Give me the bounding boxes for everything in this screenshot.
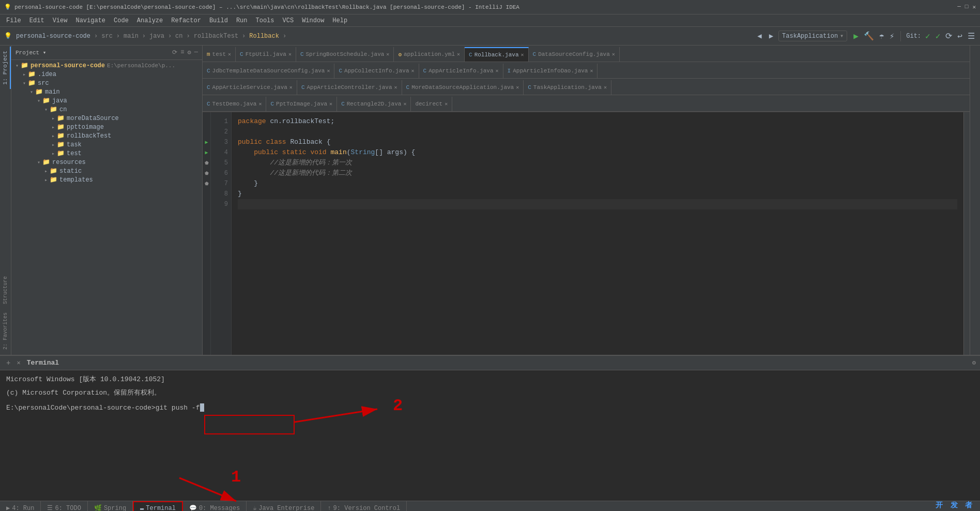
run-button[interactable]: ▶	[852, 30, 860, 42]
tab-datasource-close[interactable]: ✕	[612, 51, 615, 57]
tab-appcollect[interactable]: C AppCollectInfo.java ✕	[334, 64, 419, 78]
tree-templates[interactable]: ▸ 📁 templates	[11, 175, 202, 184]
collapse-icon[interactable]: ≡	[180, 49, 184, 56]
tab-jdbctemplate[interactable]: C JdbcTemplateDataSourceConfig.java ✕	[203, 64, 334, 78]
tree-test-folder[interactable]: ▸ 📁 test	[11, 149, 202, 158]
build-button[interactable]: 🔨	[863, 30, 875, 42]
git-check1[interactable]: ✓	[924, 30, 931, 42]
menu-code[interactable]: Code	[110, 16, 133, 25]
tab-springboot[interactable]: C SpringBootSchedule.java ✕	[296, 47, 394, 62]
tab-appcontroller[interactable]: C AppArticleController.java ✕	[297, 80, 402, 95]
minimize-sidebar-icon[interactable]: —	[194, 49, 198, 56]
tab-moredatasourceapp[interactable]: C MoreDataSourceApplication.java ✕	[402, 80, 524, 95]
sync-icon[interactable]: ⟳	[172, 49, 177, 56]
nav-forward[interactable]: ▶	[767, 31, 775, 41]
menu-navigate[interactable]: Navigate	[71, 16, 110, 25]
tab-ppttoimage[interactable]: C PptToImage.java ✕	[266, 97, 337, 111]
tree-static[interactable]: ▸ 📁 static	[11, 167, 202, 175]
bottom-tab-spring[interactable]: 🌿 Spring	[88, 501, 133, 512]
tab-test-close[interactable]: ✕	[228, 51, 231, 57]
nav-back[interactable]: ◀	[755, 31, 763, 41]
menu-analyze[interactable]: Analyze	[133, 16, 167, 25]
minimize-button[interactable]: ─	[957, 4, 961, 10]
terminal-close-button[interactable]: ✕	[14, 357, 22, 369]
tab-ftputil-close[interactable]: ✕	[288, 51, 292, 57]
tab-rollback-close[interactable]: ✕	[521, 52, 524, 58]
tab-moredatasourceapp-close[interactable]: ✕	[516, 84, 519, 91]
tab-rectangle2d-close[interactable]: ✕	[403, 101, 406, 107]
tab-rollback[interactable]: C Rollback.java ✕	[465, 47, 528, 62]
tab-appservice-close[interactable]: ✕	[289, 84, 293, 91]
bottom-tab-terminal[interactable]: ▬ Terminal	[133, 501, 183, 512]
editor-scrollbar[interactable]	[963, 112, 970, 355]
tab-jdbctemplate-close[interactable]: ✕	[327, 68, 330, 74]
menu-view[interactable]: View	[49, 16, 72, 25]
tab-decirect-close[interactable]: ✕	[445, 101, 448, 107]
git-menu[interactable]: ☰	[967, 30, 976, 42]
tree-main[interactable]: ▾ 📁 main	[11, 87, 202, 96]
tab-testdemo-close[interactable]: ✕	[258, 101, 262, 107]
bottom-tab-vcs[interactable]: ↑ 9: Version Control	[321, 501, 407, 512]
breadcrumb-rollbacktest[interactable]: rollbackTest	[194, 33, 238, 40]
tree-resources[interactable]: ▾ 📁 resources	[11, 158, 202, 167]
tab-application-close[interactable]: ✕	[457, 51, 460, 57]
git-rollback[interactable]: ↩	[956, 30, 963, 42]
tab-apparticleinfo[interactable]: C AppArticleInfo.java ✕	[419, 64, 503, 78]
menu-build[interactable]: Build	[205, 16, 232, 25]
tab-apparticleinfodao-close[interactable]: ✕	[590, 68, 593, 74]
tree-src[interactable]: ▾ 📁 src	[11, 79, 202, 87]
code-content[interactable]: package cn.rollbackTest; public class Ro…	[232, 112, 963, 355]
bottom-tab-todo[interactable]: ☰ 6: TODO	[41, 501, 87, 512]
tree-idea[interactable]: ▸ 📁 .idea	[11, 70, 202, 79]
tab-decirect[interactable]: decirect ✕	[411, 97, 452, 111]
menu-help[interactable]: Help	[328, 16, 351, 25]
breadcrumb-cn[interactable]: cn	[175, 33, 182, 40]
tab-taskapplication[interactable]: C TaskApplication.java ✕	[524, 80, 611, 95]
tree-task[interactable]: ▸ 📁 task	[11, 140, 202, 149]
tab-ftputil[interactable]: C FtpUtil.java ✕	[236, 47, 296, 62]
settings-icon[interactable]: ⚙	[188, 49, 191, 56]
tab-application[interactable]: ⚙ application.yml ✕	[394, 47, 465, 62]
tab-rectangle2d[interactable]: C Rectangle2D.java ✕	[337, 97, 411, 111]
tab-project[interactable]: 1: Project	[1, 47, 11, 89]
tree-ppttoimage[interactable]: ▸ 📁 ppttoimage	[11, 123, 202, 131]
menu-file[interactable]: File	[2, 16, 25, 25]
tree-rollbacktest[interactable]: ▸ 📁 rollbackTest	[11, 131, 202, 140]
git-sync[interactable]: ⟳	[944, 30, 953, 42]
menu-run[interactable]: Run	[232, 16, 252, 25]
tab-datasource[interactable]: C DataSourceConfig.java ✕	[529, 47, 620, 62]
tab-test[interactable]: m test ✕	[203, 47, 236, 62]
menu-vcs[interactable]: VCS	[279, 16, 298, 25]
terminal-settings-icon[interactable]: ⚙	[972, 359, 976, 367]
tab-apparticleinfodao[interactable]: I AppArticleInfoDao.java ✕	[503, 64, 598, 78]
breadcrumb-main[interactable]: main	[124, 33, 139, 40]
tab-appservice[interactable]: C AppArticleService.java ✕	[203, 80, 297, 95]
run-config-selector[interactable]: TaskApplication ▾	[778, 31, 847, 41]
menu-tools[interactable]: Tools	[252, 16, 279, 25]
terminal-add-button[interactable]: +	[4, 357, 12, 369]
tab-appcontroller-close[interactable]: ✕	[394, 84, 397, 91]
profile-button[interactable]: ⚡	[889, 30, 896, 42]
coverage-button[interactable]: ☂	[878, 30, 885, 42]
bottom-tab-enterprise[interactable]: ☕ Java Enterprise	[247, 501, 321, 512]
menu-edit[interactable]: Edit	[25, 16, 49, 25]
tree-moredatasource[interactable]: ▸ 📁 moreDataSource	[11, 114, 202, 123]
bottom-tab-run[interactable]: ▶ 4: Run	[0, 501, 41, 512]
terminal-content[interactable]: Microsoft Windows [版本 10.0.19042.1052] (…	[0, 370, 980, 416]
maximize-button[interactable]: □	[965, 4, 969, 10]
git-check2[interactable]: ✓	[935, 30, 942, 42]
breadcrumb-java[interactable]: java	[149, 33, 164, 40]
close-button[interactable]: ✕	[972, 4, 976, 10]
tab-ppttoimage-close[interactable]: ✕	[329, 101, 332, 107]
tab-testdemo[interactable]: C TestDemo.java ✕	[203, 97, 266, 111]
tab-taskapplication-close[interactable]: ✕	[604, 84, 607, 91]
tab-apparticleinfo-close[interactable]: ✕	[496, 68, 499, 74]
tab-appcollect-close[interactable]: ✕	[411, 68, 415, 74]
tab-structure[interactable]: Structure	[1, 272, 10, 308]
tab-springboot-close[interactable]: ✕	[386, 51, 389, 57]
menu-refactor[interactable]: Refactor	[167, 16, 205, 25]
breadcrumb-src[interactable]: src	[101, 33, 113, 40]
tree-java[interactable]: ▾ 📁 java	[11, 96, 202, 105]
project-name[interactable]: personal-source-code	[16, 33, 90, 40]
tab-favorites[interactable]: 2: Favorites	[1, 308, 10, 354]
